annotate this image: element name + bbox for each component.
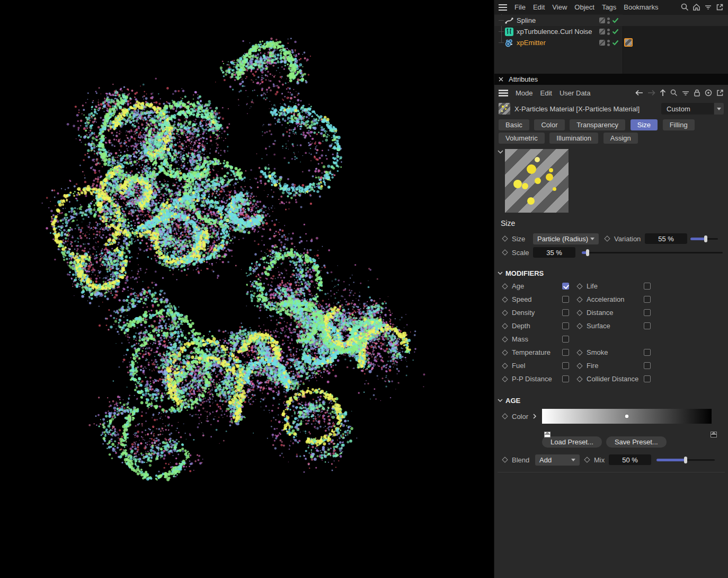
menu-file[interactable]: File [514, 3, 526, 11]
chevron-right-icon[interactable] [533, 414, 536, 419]
hamburger-icon[interactable] [499, 4, 507, 11]
acceleration-checkbox[interactable] [644, 296, 651, 303]
scale-slider[interactable] [582, 249, 723, 256]
tab-size[interactable]: Size [631, 119, 658, 130]
keyframe-diamond-icon[interactable] [576, 283, 582, 289]
menu-edit[interactable]: Edit [540, 89, 552, 97]
keyframe-diamond-icon[interactable] [502, 235, 508, 241]
search-icon[interactable] [681, 3, 689, 11]
keyframe-diamond-icon[interactable] [604, 235, 610, 241]
close-icon[interactable] [499, 77, 503, 82]
enabled-check-icon[interactable] [612, 29, 619, 34]
blend-dropdown[interactable]: Add [535, 454, 580, 466]
age-heading-row[interactable]: AGE [494, 394, 728, 407]
preset-dropdown[interactable]: Custom [661, 103, 724, 115]
target-icon[interactable] [705, 89, 712, 97]
keyframe-diamond-icon[interactable] [502, 323, 508, 329]
keyframe-diamond-icon[interactable] [576, 296, 582, 302]
home-icon[interactable] [693, 3, 700, 11]
modifiers-heading-row[interactable]: MODIFIERS [494, 267, 728, 279]
age-checkbox[interactable] [562, 283, 569, 290]
forward-icon[interactable] [647, 90, 655, 96]
keyframe-diamond-icon[interactable] [502, 336, 508, 342]
menu-edit[interactable]: Edit [533, 3, 545, 11]
tab-color[interactable]: Color [534, 119, 564, 130]
tab-basic[interactable]: Basic [499, 119, 529, 130]
mix-field[interactable]: 50 % [609, 454, 651, 465]
visibility-dots-icon[interactable] [607, 40, 610, 46]
tab-volumetric[interactable]: Volumetric [499, 133, 545, 144]
menu-mode[interactable]: Mode [516, 89, 533, 97]
keyframe-diamond-icon[interactable] [576, 310, 582, 316]
back-icon[interactable] [635, 90, 643, 96]
object-row-spline[interactable]: Spline [494, 15, 728, 26]
filter-icon[interactable] [682, 90, 689, 97]
viewport-canvas[interactable] [0, 0, 494, 578]
gradient-stop-black[interactable] [711, 424, 717, 437]
keyframe-diamond-icon[interactable] [584, 457, 590, 462]
object-row-emitter[interactable]: xpEmitter [494, 37, 623, 48]
keyframe-diamond-icon[interactable] [502, 249, 508, 255]
gradient-stop-white[interactable] [544, 424, 551, 437]
hamburger-icon[interactable] [499, 90, 508, 97]
density-checkbox[interactable] [562, 309, 569, 316]
preset-dropdown-value[interactable]: Custom [661, 103, 714, 115]
material-preview-image[interactable] [505, 149, 569, 213]
mass-checkbox[interactable] [562, 336, 569, 343]
object-name[interactable]: xpTurbulence.Curl Noise [517, 28, 592, 36]
menu-tags[interactable]: Tags [602, 3, 616, 11]
material-tag-icon[interactable] [624, 38, 633, 47]
search-icon[interactable] [670, 89, 678, 97]
variation-field[interactable]: 55 % [645, 233, 687, 244]
up-icon[interactable] [660, 89, 666, 97]
size-mode-dropdown[interactable]: Particle (Radius) [533, 233, 599, 244]
menu-view[interactable]: View [552, 3, 567, 11]
tab-filling[interactable]: Filling [663, 119, 695, 130]
scale-field[interactable]: 35 % [533, 247, 575, 258]
editor-toggle-icon[interactable] [599, 17, 605, 23]
filter-icon[interactable] [704, 3, 712, 11]
load-preset-button[interactable]: Load Preset... [542, 436, 602, 448]
mix-slider[interactable] [656, 456, 715, 463]
speed-checkbox[interactable] [562, 296, 569, 303]
fuel-checkbox[interactable] [562, 362, 569, 369]
temperature-checkbox[interactable] [562, 349, 569, 356]
tab-transparency[interactable]: Transparency [570, 119, 625, 130]
keyframe-diamond-icon[interactable] [502, 283, 508, 289]
age-color-gradient[interactable] [542, 409, 712, 424]
keyframe-diamond-icon[interactable] [502, 296, 508, 302]
chevron-down-icon[interactable] [498, 150, 503, 154]
editor-toggle-icon[interactable] [599, 40, 605, 46]
keyframe-diamond-icon[interactable] [502, 363, 508, 369]
depth-checkbox[interactable] [562, 322, 569, 329]
keyframe-diamond-icon[interactable] [576, 323, 582, 329]
visibility-dots-icon[interactable] [607, 29, 610, 35]
chevron-down-icon[interactable] [714, 103, 724, 115]
gradient-knot[interactable] [625, 414, 629, 419]
external-link-icon[interactable] [716, 3, 724, 11]
keyframe-diamond-icon[interactable] [502, 457, 508, 462]
collider-distance-checkbox[interactable] [644, 375, 651, 382]
object-name[interactable]: xpEmitter [517, 39, 546, 47]
object-row-turbulence[interactable]: xpTurbulence.Curl Noise [494, 26, 623, 37]
editor-toggle-icon[interactable] [599, 29, 605, 34]
pp-distance-checkbox[interactable] [562, 375, 569, 382]
life-checkbox[interactable] [644, 283, 651, 290]
surface-checkbox[interactable] [644, 322, 651, 329]
smoke-checkbox[interactable] [644, 349, 651, 356]
enabled-check-icon[interactable] [612, 40, 619, 46]
lock-icon[interactable] [694, 89, 700, 97]
visibility-dots-icon[interactable] [607, 17, 610, 24]
variation-slider[interactable] [690, 235, 718, 242]
enabled-check-icon[interactable] [612, 17, 619, 23]
tab-assign[interactable]: Assign [603, 133, 638, 144]
keyframe-diamond-icon[interactable] [502, 310, 508, 316]
keyframe-diamond-icon[interactable] [502, 349, 508, 355]
keyframe-diamond-icon[interactable] [576, 349, 582, 355]
external-link-icon[interactable] [716, 89, 724, 97]
keyframe-diamond-icon[interactable] [576, 376, 582, 382]
object-name[interactable]: Spline [517, 16, 536, 24]
keyframe-diamond-icon[interactable] [576, 363, 582, 369]
tab-illumination[interactable]: Illumination [549, 133, 598, 144]
fire-checkbox[interactable] [644, 362, 651, 369]
